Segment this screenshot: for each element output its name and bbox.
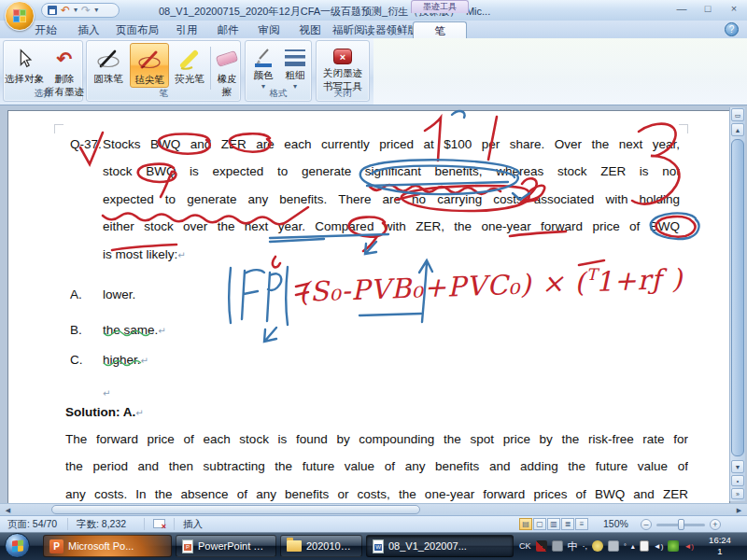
powerpoint-file-icon: P xyxy=(182,539,193,553)
tray-clock[interactable]: 16:24 1 xyxy=(700,535,740,557)
tray-updates-icon[interactable]: ° xyxy=(624,543,627,550)
tab-insert[interactable]: 插入 xyxy=(69,21,108,38)
undo-icon[interactable]: ↶ xyxy=(61,5,70,16)
tray-qq-icon[interactable] xyxy=(592,540,603,552)
tab-foxit-reader[interactable]: 福昕阅读器领鲜版 xyxy=(332,21,418,38)
ink-color-button[interactable]: 颜色 ▾ xyxy=(248,43,278,91)
option-b-text: the same.↵ xyxy=(103,316,166,344)
powerpoint-icon: P xyxy=(49,539,63,553)
highlighter-button[interactable]: 荧光笔 xyxy=(171,43,208,86)
tray-volume-icon[interactable]: ◄) xyxy=(654,542,664,551)
scroll-down-icon[interactable]: ▼ xyxy=(731,460,744,473)
view-draft-button[interactable]: ≡ xyxy=(575,518,588,530)
paragraph-mark: ↵ xyxy=(141,356,148,366)
felt-tip-pen-icon xyxy=(131,46,168,74)
quick-access-toolbar: ↶ ▾ ↷ ▾ xyxy=(41,3,120,18)
vertical-scroll-thumb[interactable] xyxy=(731,139,744,456)
qat-customize-icon[interactable]: ▾ xyxy=(94,7,98,14)
minimize-button[interactable]: — xyxy=(674,3,689,14)
tab-pens[interactable]: 笔 xyxy=(413,21,467,38)
view-outline-button[interactable]: ≣ xyxy=(561,518,574,530)
document-area: Q-37. Stocks BWQ and ZER are each curren… xyxy=(0,105,747,503)
word-count[interactable]: 字数: 8,232 xyxy=(77,518,126,531)
scroll-up-icon[interactable]: ▲ xyxy=(731,123,744,136)
option-a-letter: A. xyxy=(70,281,82,308)
option-c-text: higher.↵ xyxy=(103,346,148,374)
tab-review[interactable]: 审阅 xyxy=(250,21,288,38)
vertical-scrollbar[interactable]: ▭ ▲ ▼ • » xyxy=(729,107,745,501)
tray-nvidia-icon[interactable] xyxy=(668,540,679,552)
system-tray: CK 中 ·, ° ▴ ◄) ◄) xyxy=(519,538,694,554)
ink-tools-contextual-header: 墨迹工具 xyxy=(411,0,469,13)
option-b-letter: B. xyxy=(70,316,82,343)
insert-mode[interactable]: 插入 xyxy=(183,518,203,531)
tray-language-ck[interactable]: CK xyxy=(519,541,531,551)
group-label-format: 格式 xyxy=(246,88,311,100)
tab-page-layout[interactable]: 页面布局 xyxy=(110,21,164,38)
taskbar-button-powerpoint-app[interactable]: P Microsoft Po... xyxy=(43,535,172,557)
solution-line: the period and then subtracting the futu… xyxy=(65,453,688,480)
tray-ime-grid-icon[interactable] xyxy=(536,540,547,552)
next-page-button[interactable]: » xyxy=(731,488,744,499)
zoom-out-button[interactable]: – xyxy=(641,519,652,530)
view-ruler-button[interactable]: ▭ xyxy=(731,108,744,121)
view-web-layout-button[interactable]: ▥ xyxy=(547,518,560,530)
tab-view[interactable]: 视图 xyxy=(291,21,329,38)
taskbar-button-powerpoint-file[interactable]: P PowerPoint 幻... xyxy=(176,535,276,557)
scroll-left-icon[interactable]: ◀ xyxy=(2,505,14,515)
maximize-button[interactable]: □ xyxy=(700,3,715,14)
scroll-right-icon[interactable]: ▶ xyxy=(733,505,745,515)
option-c-letter: C. xyxy=(70,346,83,373)
document-page[interactable]: Q-37. Stocks BWQ and ZER are each curren… xyxy=(8,111,729,503)
pens-group-divider xyxy=(210,47,211,90)
page-indicator[interactable]: 页面: 54/70 xyxy=(7,518,57,531)
paragraph-mark: ↵ xyxy=(158,326,165,336)
question-line: expected to generate any benefits. There… xyxy=(103,186,680,213)
office-button[interactable] xyxy=(5,1,35,31)
tab-mailings[interactable]: 邮件 xyxy=(209,21,247,38)
browse-object-button[interactable]: • xyxy=(731,475,744,486)
zoom-level[interactable]: 150% xyxy=(603,518,628,529)
tray-ime-dots[interactable]: ·, xyxy=(583,541,588,551)
paragraph-mark: ↵ xyxy=(135,408,143,418)
zoom-in-button[interactable]: + xyxy=(710,519,721,530)
office-logo-icon xyxy=(13,9,26,22)
ballpoint-pen-button[interactable]: 圆珠笔 xyxy=(89,43,128,86)
undo-dropdown-icon[interactable]: ▾ xyxy=(74,7,78,14)
ink-weight-button[interactable]: 粗细 ▾ xyxy=(280,43,310,91)
save-icon[interactable] xyxy=(48,6,57,15)
taskbar-button-word-document[interactable]: W 08_V1_202007... xyxy=(366,535,514,557)
start-button[interactable] xyxy=(5,533,30,558)
felt-tip-pen-button[interactable]: 毡尖笔 xyxy=(130,43,169,88)
ribbon-group-select: 选择对象 ↶ 删除 所有墨迹 选择 xyxy=(3,40,83,102)
question-line: stock BWQ is expected to generate signif… xyxy=(103,158,680,185)
tray-muted-volume-icon[interactable]: ◄) xyxy=(684,542,694,551)
word-file-icon: W xyxy=(373,539,384,553)
windows-flag-icon xyxy=(12,539,23,552)
select-objects-button[interactable]: 选择对象 xyxy=(5,43,44,86)
close-ink-tools-button[interactable]: × 关闭墨迹 书写工具 xyxy=(318,43,367,93)
ribbon-group-close: × 关闭墨迹 书写工具 关闭 xyxy=(316,40,370,102)
tray-expand-icon[interactable]: ▴ xyxy=(631,542,635,551)
view-print-layout-button[interactable]: ▤ xyxy=(519,518,532,530)
tray-keyboard-icon[interactable] xyxy=(552,540,563,552)
ribbon: 选择对象 ↶ 删除 所有墨迹 选择 圆珠笔 毡尖笔 xyxy=(0,38,747,105)
solution-paragraph: The forward price of each stock is found… xyxy=(65,426,688,508)
group-label-select: 选择 xyxy=(4,88,82,100)
help-button[interactable]: ? xyxy=(725,22,739,36)
tray-notepad-icon[interactable] xyxy=(640,540,649,552)
redo-icon[interactable]: ↷ xyxy=(81,5,91,16)
close-button[interactable]: × xyxy=(726,3,741,14)
spellcheck-status-icon[interactable] xyxy=(153,519,165,530)
horizontal-scrollbar[interactable]: ◀ ▶ xyxy=(0,503,747,515)
screen: 08_V1_20200715_2020年12月CFA一级百题预测_衍生（授课版）… xyxy=(0,0,747,560)
horizontal-scroll-thumb[interactable] xyxy=(51,505,420,514)
ribbon-group-pens: 圆珠笔 毡尖笔 荧光笔 橡皮 擦 笔 xyxy=(86,40,241,102)
zoom-slider-handle[interactable] xyxy=(678,519,684,530)
view-fullscreen-button[interactable]: ▢ xyxy=(533,518,546,530)
tray-chinese-input[interactable]: 中 xyxy=(568,539,578,553)
clock-date: 1 xyxy=(700,546,740,557)
taskbar-button-folder[interactable]: 20201031-110... xyxy=(280,535,362,557)
tab-references[interactable]: 引用 xyxy=(168,21,205,38)
tray-camera-icon[interactable] xyxy=(608,540,619,552)
